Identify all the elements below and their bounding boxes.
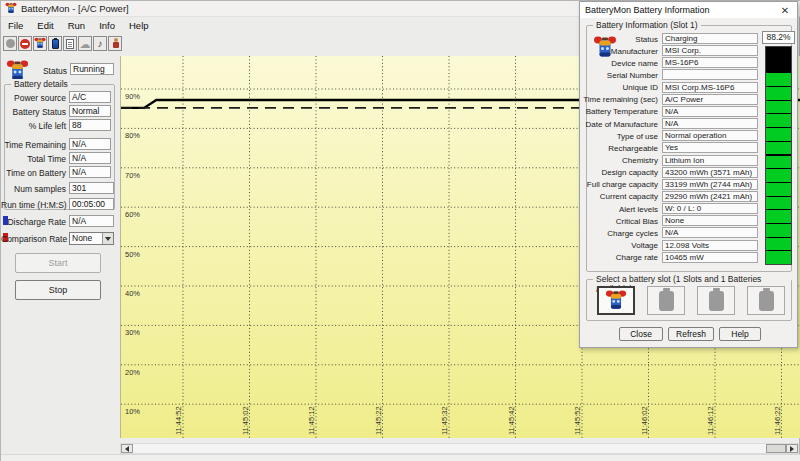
close-icon[interactable]: ✕	[778, 5, 792, 16]
battery-details-title: Battery details	[11, 79, 71, 89]
detail-value-field[interactable]: N/A	[69, 138, 111, 150]
scroll-left-button[interactable]	[121, 444, 133, 453]
info-value-field[interactable]: Lithium Ion	[662, 155, 758, 166]
charge-gauge-fill	[766, 73, 791, 264]
x-tick-label: 11:45:12	[307, 406, 316, 435]
stat-value-field[interactable]: 301	[69, 182, 114, 194]
info-label: Current capacity	[600, 192, 658, 201]
menu-item-help[interactable]: Help	[122, 19, 156, 32]
info-value-field[interactable]: 10465 mW	[662, 252, 758, 263]
cloud-button[interactable]: ☁	[78, 36, 92, 51]
info-value-field[interactable]: Normal operation	[662, 130, 758, 141]
help-button[interactable]: Help	[719, 327, 761, 341]
info-value-field[interactable]: 29290 mWh (2421 mAh)	[662, 191, 758, 202]
detail-value-field[interactable]: A/C	[69, 91, 111, 103]
battery-silhouette-icon	[709, 291, 724, 311]
info-value-field[interactable]: None	[662, 215, 758, 226]
dropdown-arrow-button[interactable]	[102, 233, 113, 244]
app-icon	[5, 2, 17, 16]
status-value-field[interactable]: Running	[70, 63, 114, 75]
y-tick-label: 40%	[125, 289, 140, 298]
start-button[interactable]: Start	[15, 253, 101, 273]
note-button[interactable]: ♪	[93, 36, 107, 51]
scroll-right-icon	[790, 446, 794, 452]
scrollbar-thumb[interactable]	[766, 444, 786, 453]
info-value-field[interactable]: N/A	[662, 106, 758, 117]
info-value-field[interactable]: MSI Corp.	[662, 45, 758, 56]
info-value-field[interactable]: 43200 mWh (3571 mAh)	[662, 167, 758, 178]
info-value-field[interactable]: 33199 mWh (2744 mAh)	[662, 179, 758, 190]
battery-slot-button-2[interactable]	[647, 286, 685, 315]
info-label: Manufacturer	[611, 47, 658, 56]
scroll-right-button[interactable]	[786, 444, 798, 453]
detail-value-field[interactable]: N/A	[69, 166, 111, 178]
menu-item-run[interactable]: Run	[61, 19, 92, 32]
battery-slot-button-1[interactable]	[597, 286, 635, 315]
battery-information-dialog: BatteryMon Battery Information ✕ Battery…	[579, 1, 798, 348]
log-file-button[interactable]	[63, 36, 77, 51]
scroll-left-icon	[125, 446, 129, 452]
info-value-field[interactable]: MS-16P6	[662, 57, 758, 68]
info-value-field[interactable]: W: 0 / L: 0	[662, 203, 758, 214]
log-file-icon	[66, 39, 74, 49]
stop-button[interactable]: Stop	[15, 280, 101, 300]
record-button[interactable]	[3, 36, 17, 51]
battery-silhouette-icon	[659, 291, 674, 311]
stat-label: Discharge Rate	[1, 217, 66, 227]
info-value-field[interactable]: 12.098 Volts	[662, 240, 758, 251]
info-label: Alert levels	[619, 205, 658, 214]
y-tick-label: 50%	[125, 250, 140, 259]
dropdown-value: None	[72, 233, 92, 243]
detail-label: % Life left	[1, 121, 66, 131]
info-label: Chemistry	[622, 156, 658, 165]
stat-value-field[interactable]: N/A	[69, 215, 114, 227]
x-tick-label: 11:44:52	[174, 406, 183, 435]
info-label: Date of Manufacture	[586, 120, 658, 129]
info-value-field[interactable]: Charging	[662, 33, 758, 44]
window-title: BatteryMon - [A/C Power]	[21, 3, 129, 14]
battery-slot-button-3[interactable]	[697, 286, 735, 315]
info-label: Charge cycles	[607, 229, 658, 238]
stat-value-field[interactable]: 00:05:00	[69, 198, 114, 210]
info-label: Charge rate	[616, 253, 658, 262]
left-panel: Status Running Battery details Power sou…	[1, 56, 119, 453]
info-value-field[interactable]: N/A	[662, 118, 758, 129]
dialog-title: BatteryMon Battery Information	[585, 5, 778, 15]
x-tick-label: 11:46:02	[640, 406, 649, 435]
cloud-icon: ☁	[80, 39, 91, 49]
info-value-field[interactable]: A/C Power	[662, 94, 758, 105]
detail-value-field[interactable]: Normal	[69, 105, 111, 117]
menu-item-info[interactable]: Info	[92, 19, 122, 32]
battery-status-button[interactable]	[33, 36, 47, 51]
detail-value-field[interactable]: N/A	[69, 152, 111, 164]
charge-percent-label: 88.2%	[762, 31, 795, 44]
battery-lock-icon	[52, 39, 59, 49]
refresh-button[interactable]: Refresh	[668, 327, 714, 341]
y-tick-label: 60%	[125, 210, 140, 219]
detail-value-field[interactable]: 88	[69, 119, 111, 131]
x-tick-label: 11:46:12	[706, 406, 715, 435]
x-tick-label: 11:45:22	[374, 406, 383, 435]
exit-icon	[111, 38, 120, 49]
info-value-field[interactable]: N/A	[662, 227, 758, 238]
info-value-field[interactable]: Yes	[662, 142, 758, 153]
info-label: Critical Bias	[616, 217, 658, 226]
battery-status-icon	[34, 37, 46, 51]
stat-label: Comparison Rate	[1, 234, 66, 244]
stop-button[interactable]	[18, 36, 32, 51]
menu-item-file[interactable]: File	[1, 19, 30, 32]
battery-lock-button[interactable]	[48, 36, 62, 51]
chart-horizontal-scrollbar[interactable]	[120, 443, 799, 454]
close-button[interactable]: Close	[619, 327, 663, 341]
info-label: Rechargeable	[608, 144, 658, 153]
info-value-field[interactable]: MSI Corp.MS-16P6	[662, 82, 758, 93]
battery-slot-button-4[interactable]	[747, 286, 785, 315]
info-value-field[interactable]	[662, 69, 758, 80]
stat-label: Run time (H:M:S)	[1, 200, 66, 210]
comparison-rate-dropdown[interactable]: None	[69, 232, 114, 245]
exit-button[interactable]	[108, 36, 122, 51]
detail-label: Battery Status	[1, 107, 66, 117]
info-label: Unique ID	[622, 83, 658, 92]
menu-item-edit[interactable]: Edit	[30, 19, 60, 32]
dialog-title-bar: BatteryMon Battery Information ✕	[580, 2, 797, 18]
